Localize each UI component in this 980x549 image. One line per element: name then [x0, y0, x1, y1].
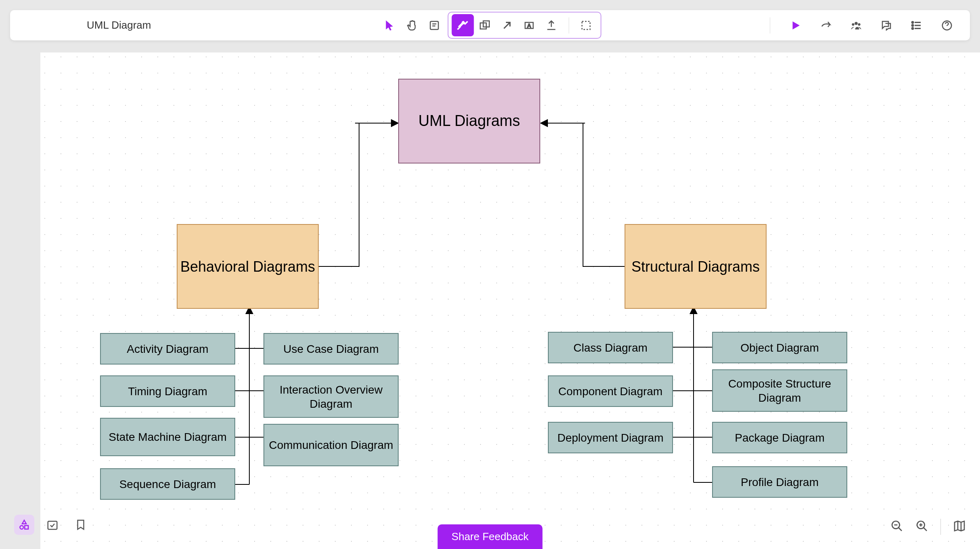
node-leaf[interactable]: Deployment Diagram — [548, 422, 673, 453]
help-icon[interactable] — [936, 14, 958, 36]
center-tools: A — [379, 12, 601, 39]
svg-point-10 — [852, 23, 854, 25]
arrow-tool[interactable] — [496, 14, 518, 36]
zoom-in-icon[interactable] — [915, 520, 928, 534]
svg-point-9 — [855, 22, 858, 25]
shape-tools-group: A — [447, 12, 601, 39]
divider — [568, 17, 569, 34]
node-leaf[interactable]: Activity Diagram — [100, 333, 235, 365]
node-label: Behavioral Diagrams — [180, 258, 315, 276]
list-icon[interactable] — [905, 14, 928, 36]
node-leaf[interactable]: Package Diagram — [712, 422, 847, 453]
tools-icon[interactable] — [451, 14, 474, 36]
node-label: UML Diagrams — [418, 111, 520, 131]
svg-point-16 — [912, 25, 913, 26]
node-leaf[interactable]: Component Diagram — [548, 375, 673, 407]
svg-rect-8 — [582, 21, 590, 29]
map-icon[interactable] — [953, 520, 966, 534]
shapes-tool[interactable] — [474, 14, 496, 36]
select-tool[interactable] — [379, 14, 401, 36]
node-leaf[interactable]: Class Diagram — [548, 332, 673, 363]
node-leaf[interactable]: Interaction Overview Diagram — [263, 375, 399, 418]
zoom-controls — [890, 519, 966, 535]
node-root[interactable]: UML Diagrams — [398, 79, 540, 163]
share-icon[interactable] — [815, 14, 837, 36]
node-leaf[interactable]: Profile Diagram — [712, 466, 847, 498]
node-leaf[interactable]: Timing Diagram — [100, 375, 235, 407]
node-leaf[interactable]: Object Diagram — [712, 332, 847, 363]
present-icon[interactable] — [784, 14, 807, 36]
divider — [770, 17, 770, 34]
node-leaf[interactable]: Use Case Diagram — [263, 333, 399, 365]
node-leaf[interactable]: State Machine Diagram — [100, 418, 235, 456]
document-title[interactable]: UML Diagram — [87, 19, 151, 31]
checkbox-icon[interactable] — [42, 515, 63, 535]
node-leaf[interactable]: Composite Structure Diagram — [712, 369, 847, 412]
divider — [940, 519, 941, 535]
shapes-panel-icon[interactable] — [14, 515, 34, 535]
svg-line-5 — [504, 22, 510, 28]
svg-line-34 — [924, 528, 927, 531]
svg-point-27 — [20, 526, 23, 529]
text-tool[interactable]: A — [518, 14, 540, 36]
zoom-out-icon[interactable] — [890, 520, 903, 534]
svg-text:A: A — [527, 23, 531, 29]
svg-point-11 — [858, 23, 860, 25]
node-label: Structural Diagrams — [631, 258, 760, 276]
svg-point-17 — [912, 27, 913, 29]
svg-rect-28 — [25, 526, 28, 529]
canvas[interactable]: UML Diagrams Behavioral Diagrams Structu… — [40, 52, 980, 549]
upload-tool[interactable] — [540, 14, 562, 36]
comments-icon[interactable] — [875, 14, 897, 36]
top-toolbar: UML Diagram A — [10, 10, 970, 40]
node-behavioral[interactable]: Behavioral Diagrams — [177, 224, 319, 309]
node-leaf[interactable]: Sequence Diagram — [100, 468, 235, 500]
right-tools — [764, 14, 958, 36]
share-feedback-button[interactable]: Share Feedback — [437, 524, 543, 549]
svg-line-31 — [899, 528, 902, 531]
node-structural[interactable]: Structural Diagrams — [625, 224, 767, 309]
pan-tool[interactable] — [401, 14, 423, 36]
svg-point-15 — [912, 21, 913, 23]
svg-rect-29 — [48, 521, 57, 529]
bookmark-icon[interactable] — [71, 515, 91, 535]
note-tool[interactable] — [423, 14, 445, 36]
select-area-tool[interactable] — [575, 14, 597, 36]
collaborators-icon[interactable] — [845, 14, 867, 36]
node-leaf[interactable]: Communication Diagram — [263, 424, 399, 466]
bottom-left-toolbar — [14, 515, 91, 535]
